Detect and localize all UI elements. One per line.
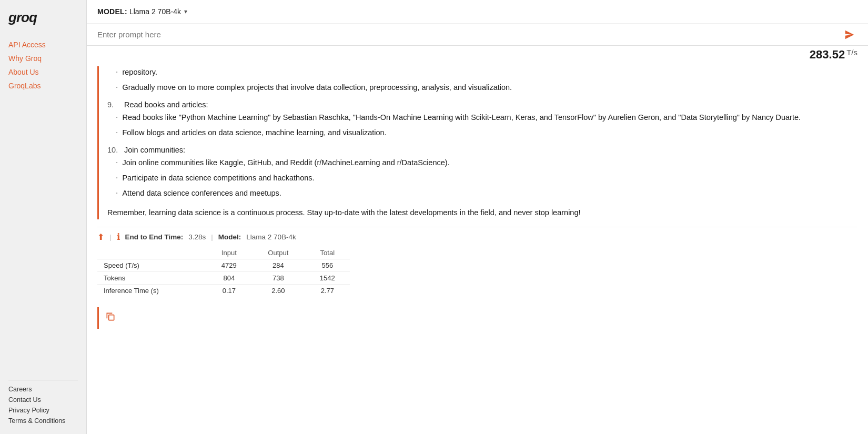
section-10-bullet-2: · Attend data science conferences and me… xyxy=(116,187,857,200)
sidebar-item-groqlabs[interactable]: GroqLabs xyxy=(8,82,78,90)
info-icon[interactable]: ℹ xyxy=(117,231,120,243)
bullet-icon: · xyxy=(116,128,118,139)
end-to-end-label: End to End Time: xyxy=(125,233,184,241)
section-10-num: 10. xyxy=(107,146,120,154)
speed-unit: T/s xyxy=(846,48,857,62)
col-header-total: Total xyxy=(305,247,350,259)
stats-separator-2: | xyxy=(211,233,213,241)
footer-link-contact-us[interactable]: Contact Us xyxy=(8,396,78,403)
scroll-top-icon[interactable]: ⬆ xyxy=(97,232,104,242)
section-9-header: 9. Read books and articles: xyxy=(107,100,857,109)
row-output-inference: 2.60 xyxy=(251,285,305,297)
complex-projects-bullet: · Gradually move on to more complex proj… xyxy=(116,82,857,94)
model-value-text: Llama 2 70B-4k xyxy=(129,7,181,16)
sidebar-item-about-us[interactable]: About Us xyxy=(8,68,78,76)
section-10-title: Join communities: xyxy=(124,146,185,154)
row-output-speed: 284 xyxy=(251,259,305,272)
closing-text: Remember, learning data science is a con… xyxy=(107,207,857,219)
response-block: · repository. · Gradually move on to mor… xyxy=(97,66,857,219)
section-10-header: 10. Join communities: xyxy=(107,146,857,154)
section-10-bullet-1: · Participate in data science competitio… xyxy=(116,172,857,185)
bullet-icon: · xyxy=(116,188,118,200)
send-button[interactable] xyxy=(844,29,855,41)
row-label-speed: Speed (T/s) xyxy=(97,259,207,272)
sidebar-footer: Careers Contact Us Privacy Policy Terms … xyxy=(8,386,78,425)
stats-model-value: Llama 2 70B-4k xyxy=(246,233,296,241)
row-input-tokens: 804 xyxy=(207,272,251,285)
stats-top-bar: ⬆ | ℹ End to End Time: 3.28s | Model: Ll… xyxy=(97,231,847,243)
end-to-end-value: 3.28s xyxy=(188,233,206,241)
row-input-inference: 0.17 xyxy=(207,285,251,297)
bullet-icon: · xyxy=(116,158,118,169)
section-9-num: 9. xyxy=(107,100,120,109)
table-row-speed: Speed (T/s) 4729 284 556 xyxy=(97,259,350,272)
speed-bar: 283.52 T/s xyxy=(87,46,868,64)
section-10-bullet-2-text: Attend data science conferences and meet… xyxy=(122,187,281,200)
section-9-bullet-1-text: Follow blogs and articles on data scienc… xyxy=(122,127,386,139)
model-header: MODEL: Llama 2 70B-4k ▾ xyxy=(87,0,868,24)
bullet-icon: · xyxy=(116,83,118,94)
groq-logo: groq xyxy=(8,9,78,26)
svg-rect-1 xyxy=(109,315,114,320)
col-header-output: Output xyxy=(251,247,305,259)
content-area[interactable]: · repository. · Gradually move on to mor… xyxy=(87,64,868,434)
col-header-input: Input xyxy=(207,247,251,259)
chevron-down-icon[interactable]: ▾ xyxy=(184,8,187,15)
copy-button[interactable] xyxy=(105,307,116,329)
row-total-tokens: 1542 xyxy=(305,272,350,285)
stats-model-label: Model: xyxy=(218,233,241,241)
svg-marker-0 xyxy=(845,30,854,39)
sidebar-divider xyxy=(8,380,78,380)
send-icon xyxy=(844,29,855,41)
copy-section xyxy=(97,307,857,329)
section-9-title: Read books and articles: xyxy=(124,100,208,109)
prompt-area xyxy=(87,24,868,46)
intro-bullet: · repository. xyxy=(116,66,857,79)
stats-separator: | xyxy=(109,233,112,241)
main-content: MODEL: Llama 2 70B-4k ▾ 283.52 T/s · rep… xyxy=(87,0,868,434)
footer-link-privacy-policy[interactable]: Privacy Policy xyxy=(8,407,78,414)
row-output-tokens: 738 xyxy=(251,272,305,285)
footer-link-terms[interactable]: Terms & Conditions xyxy=(8,417,78,425)
model-label-text: MODEL: xyxy=(97,7,127,16)
table-row-tokens: Tokens 804 738 1542 xyxy=(97,272,350,285)
copy-icon xyxy=(105,311,116,322)
col-header-label xyxy=(97,247,207,259)
row-label-inference: Inference Time (s) xyxy=(97,285,207,297)
sidebar-item-why-groq[interactable]: Why Groq xyxy=(8,54,78,63)
section-10-bullet-0-text: Join online communities like Kaggle, Git… xyxy=(122,157,449,169)
bullet-icon: · xyxy=(116,173,118,185)
stats-section: ⬆ | ℹ End to End Time: 3.28s | Model: Ll… xyxy=(97,227,857,301)
row-total-speed: 556 xyxy=(305,259,350,272)
section-10-bullet-1-text: Participate in data science competitions… xyxy=(122,172,314,185)
table-row-inference: Inference Time (s) 0.17 2.60 2.77 xyxy=(97,285,350,297)
row-input-speed: 4729 xyxy=(207,259,251,272)
prompt-input[interactable] xyxy=(97,30,857,39)
speed-value: 283.52 xyxy=(810,48,845,62)
section-9-bullet-0-text: Read books like "Python Machine Learning… xyxy=(122,112,801,124)
section-9-bullet-1: · Follow blogs and articles on data scie… xyxy=(116,127,857,139)
sidebar: groq API Access Why Groq About Us GroqLa… xyxy=(0,0,87,434)
section-10-bullet-0: · Join online communities like Kaggle, G… xyxy=(116,157,857,169)
stats-table: Input Output Total Speed (T/s) 4729 284 … xyxy=(97,247,350,297)
section-9-bullet-0: · Read books like "Python Machine Learni… xyxy=(116,112,857,124)
row-label-tokens: Tokens xyxy=(97,272,207,285)
bullet-icon: · xyxy=(116,67,118,79)
sidebar-item-api-access[interactable]: API Access xyxy=(8,41,78,49)
bullet-icon: · xyxy=(116,113,118,124)
intro-bullet-text: repository. xyxy=(122,66,157,79)
footer-link-careers[interactable]: Careers xyxy=(8,386,78,393)
complex-projects-text: Gradually move on to more complex projec… xyxy=(122,82,512,94)
sidebar-nav: API Access Why Groq About Us GroqLabs xyxy=(8,41,78,208)
row-total-inference: 2.77 xyxy=(305,285,350,297)
